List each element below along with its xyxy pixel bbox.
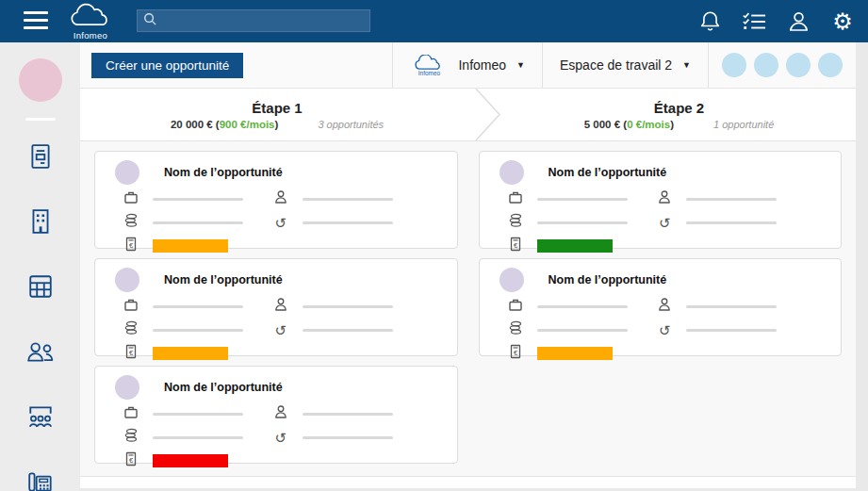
coins-icon [508,320,523,339]
app-logo[interactable]: Infomeo [66,3,115,41]
pipeline-stage-band: Étape 1 20 000 € (900 €/mois) 3 opportun… [80,89,856,141]
person-icon [273,189,288,208]
toolbar: Créer une opportunité Infomeo Infomeo ▼ … [80,42,856,89]
placeholder-line [686,305,777,308]
stage-amount: 20 000 € (900 €/mois) [171,119,278,130]
invoice-icon: € [508,237,523,255]
person-icon [273,404,288,423]
sidebar-item-documents[interactable] [26,144,55,172]
status-bar [537,239,613,253]
svg-text:€: € [129,241,134,250]
opportunity-card[interactable]: Nom de l’opportunité [479,151,843,249]
stage-1-column: Nom de l’opportunité [94,151,458,476]
sidebar-item-contacts[interactable] [26,339,55,368]
sidebar-item-companies[interactable] [26,209,55,237]
history-icon: ↺ [657,216,672,230]
cloud-logo-icon [69,3,112,33]
placeholder-line [686,198,777,201]
main-area: Créer une opportunité Infomeo Infomeo ▼ … [80,42,856,488]
gear-icon[interactable]: ⚙ [830,9,855,34]
building-icon [28,208,53,238]
company-dropdown[interactable]: Infomeo Infomeo ▼ [393,42,542,88]
placeholder-line [537,221,628,224]
opportunity-card[interactable]: Nom de l’opportunité [479,258,843,356]
placeholder-line [153,329,243,332]
sidebar-item-calculator[interactable] [26,274,55,303]
placeholder-line [686,329,777,332]
avatar[interactable] [722,53,746,77]
history-icon: ↺ [273,323,288,337]
briefcase-icon [508,189,523,208]
workspace-dropdown[interactable]: Espace de travail 2 ▼ [543,42,708,88]
svg-text:€: € [513,349,517,357]
opportunity-avatar [500,268,524,292]
placeholder-line [537,198,628,201]
invoice-icon: € [123,344,139,363]
placeholder-line [153,436,243,439]
briefcase-icon [123,189,139,208]
company-dropdown-label: Infomeo [458,57,506,73]
search-input[interactable] [162,13,364,28]
calculator-icon [27,274,54,303]
placeholder-line [537,329,628,332]
chevron-down-icon: ▼ [682,60,691,70]
contacts-icon [26,339,55,368]
opportunity-card[interactable]: Nom de l’opportunité [94,366,458,464]
team-avatars [709,53,856,77]
fax-icon [26,469,55,491]
hamburger-menu-icon[interactable] [24,11,48,31]
stage-2-column: Nom de l’opportunité [479,151,843,476]
coins-icon [123,428,139,447]
svg-text:€: € [513,241,517,250]
avatar[interactable] [754,53,778,77]
opportunity-title: Nom de l’opportunité [549,273,667,286]
coins-icon [508,213,523,232]
person-icon [657,297,672,316]
chevron-down-icon: ▼ [516,60,525,70]
placeholder-line [303,329,393,332]
opportunity-avatar [115,375,139,400]
opportunity-card[interactable]: Nom de l’opportunité [94,258,458,356]
stage-amount: 5 000 € (0 €/mois) [584,119,674,130]
left-sidebar [0,42,80,491]
opportunity-title: Nom de l’opportunité [164,166,283,179]
stage-title: Étape 1 [252,100,302,116]
workspace-dropdown-label: Espace de travail 2 [560,57,672,73]
invoice-icon: € [123,451,139,470]
tasks-checklist-icon[interactable] [742,9,766,34]
placeholder-line [303,413,393,416]
company-logo-icon: Infomeo [410,55,448,76]
opportunity-card[interactable]: Nom de l’opportunité [94,151,458,249]
stage-title: Étape 2 [654,100,704,116]
placeholder-line [686,221,777,224]
user-avatar[interactable] [19,58,62,102]
placeholder-line [303,221,393,224]
document-icon [28,143,53,173]
person-icon [273,297,288,316]
create-opportunity-button[interactable]: Créer une opportunité [91,53,243,78]
sidebar-item-group[interactable] [26,404,55,433]
avatar[interactable] [818,53,843,77]
history-icon: ↺ [273,431,288,445]
person-icon [657,189,672,208]
stage-tab-2[interactable]: Étape 2 5 000 € (0 €/mois) 1 opportunité [502,89,856,140]
status-bar [153,347,228,360]
notifications-bell-icon[interactable] [697,9,722,34]
svg-text:€: € [129,349,134,357]
stage-tab-1[interactable]: Étape 1 20 000 € (900 €/mois) 3 opportun… [80,89,474,140]
search-icon [143,12,157,30]
opportunity-avatar [115,160,139,185]
sidebar-item-fax[interactable] [26,469,55,491]
search-box[interactable] [137,9,370,32]
status-bar [537,347,613,360]
avatar[interactable] [786,53,811,77]
app-logo-text: Infomeo [74,30,107,41]
placeholder-line [303,436,393,439]
group-icon [26,404,55,433]
user-account-icon[interactable] [786,9,811,34]
invoice-icon: € [123,237,139,255]
coins-icon [123,320,139,339]
opportunity-avatar [500,160,524,185]
status-bar [153,239,228,253]
opportunity-title: Nom de l’opportunité [164,381,283,394]
